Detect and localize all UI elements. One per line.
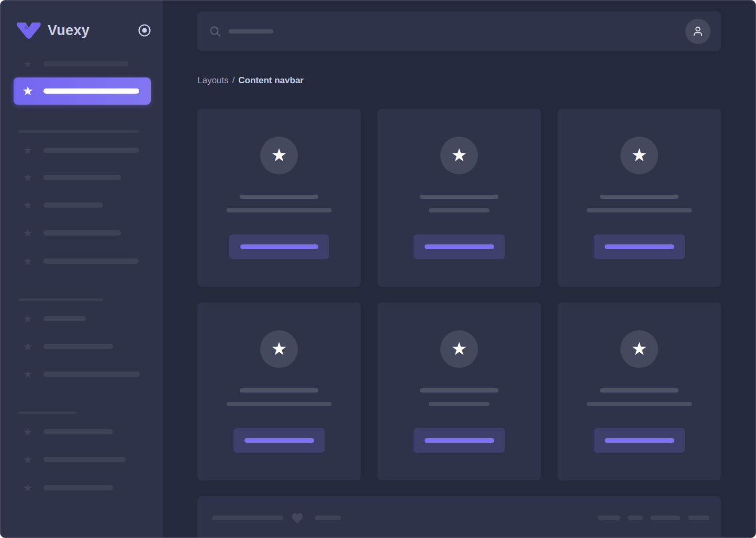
app-window: Vuexy ★ ★ ★ ★ ★ — [0, 0, 756, 538]
person-icon — [692, 25, 704, 38]
skeleton-label — [43, 372, 140, 377]
search-icon[interactable] — [209, 25, 221, 38]
breadcrumb: Layouts/Content navbar — [197, 75, 304, 86]
star-icon: ★ — [21, 199, 34, 211]
star-avatar: ★ — [620, 137, 658, 174]
skeleton-label — [43, 88, 139, 94]
star-icon: ★ — [631, 340, 647, 357]
star-icon: ★ — [451, 146, 467, 164]
star-avatar: ★ — [260, 330, 298, 368]
button-label-skeleton — [605, 244, 674, 249]
skeleton-label — [43, 61, 129, 66]
skeleton-button[interactable] — [594, 234, 685, 259]
skeleton-label — [43, 148, 139, 153]
button-label-skeleton — [425, 438, 494, 443]
skeleton-line — [420, 388, 498, 393]
sidebar-item[interactable]: ★ — [21, 453, 126, 466]
user-avatar[interactable] — [685, 19, 710, 44]
section-header-skeleton — [18, 130, 139, 133]
skeleton-line — [600, 388, 679, 393]
star-avatar: ★ — [440, 330, 478, 368]
star-icon: ★ — [21, 227, 34, 239]
skeleton-label — [43, 259, 139, 264]
skeleton-label — [43, 316, 86, 321]
card-grid: ★ ★ ★ ★ — [197, 109, 721, 480]
star-icon: ★ — [21, 368, 34, 380]
skeleton-card: ★ — [197, 109, 361, 287]
skeleton-line — [688, 515, 709, 520]
star-icon: ★ — [631, 146, 647, 164]
skeleton-card: ★ — [558, 109, 721, 287]
star-avatar: ★ — [440, 137, 478, 174]
star-icon: ★ — [271, 340, 287, 357]
skeleton-line — [598, 515, 620, 520]
sidebar-item[interactable]: ★ — [21, 255, 139, 267]
skeleton-label — [43, 429, 113, 434]
top-navbar — [197, 12, 721, 51]
breadcrumb-separator: / — [232, 75, 235, 85]
skeleton-button[interactable] — [414, 428, 505, 453]
star-icon: ★ — [21, 144, 34, 156]
skeleton-line — [600, 195, 679, 199]
skeleton-button[interactable] — [414, 234, 505, 259]
main-content: Layouts/Content navbar ★ ★ ★ — [163, 1, 755, 537]
star-icon: ★ — [21, 255, 34, 267]
skeleton-line — [587, 208, 692, 212]
heart-icon[interactable] — [291, 511, 304, 525]
skeleton-button[interactable] — [234, 428, 325, 453]
breadcrumb-parent[interactable]: Layouts — [197, 75, 229, 85]
breadcrumb-current: Content navbar — [238, 75, 304, 85]
star-icon: ★ — [21, 340, 34, 353]
button-label-skeleton — [240, 244, 318, 249]
sidebar-item[interactable]: ★ — [21, 368, 140, 380]
button-label-skeleton — [244, 438, 314, 443]
sidebar-item[interactable]: ★ — [21, 58, 129, 70]
skeleton-label — [43, 457, 126, 462]
sidebar-item[interactable]: ★ — [21, 171, 121, 184]
footer-card — [197, 496, 721, 538]
search-input-skeleton[interactable] — [229, 29, 273, 33]
star-icon: ★ — [21, 481, 34, 494]
menu-pin-toggle-icon[interactable] — [138, 24, 151, 37]
skeleton-line — [628, 515, 643, 520]
skeleton-label — [43, 344, 113, 349]
sidebar-item[interactable]: ★ — [21, 199, 103, 211]
sidebar-item[interactable]: ★ — [21, 227, 121, 239]
skeleton-line — [227, 208, 332, 212]
button-label-skeleton — [605, 438, 674, 443]
brand-name: Vuexy — [48, 23, 90, 39]
star-icon: ★ — [21, 425, 34, 438]
skeleton-line — [429, 402, 490, 406]
skeleton-line — [212, 515, 283, 520]
skeleton-button[interactable] — [594, 428, 685, 453]
star-icon: ★ — [21, 58, 34, 70]
star-icon: ★ — [21, 312, 34, 325]
star-icon: ★ — [21, 171, 34, 184]
sidebar-item[interactable]: ★ — [21, 425, 113, 438]
sidebar-item[interactable]: ★ — [21, 481, 113, 494]
brand-row: Vuexy — [16, 18, 151, 42]
button-label-skeleton — [425, 244, 494, 249]
skeleton-card: ★ — [377, 302, 541, 480]
skeleton-card: ★ — [377, 109, 541, 287]
star-icon: ★ — [451, 340, 467, 357]
skeleton-line — [240, 195, 318, 199]
sidebar: Vuexy ★ ★ ★ ★ ★ — [1, 1, 163, 537]
vuexy-logo-icon — [16, 22, 41, 39]
skeleton-line — [227, 402, 332, 406]
skeleton-button[interactable] — [229, 234, 329, 259]
sidebar-item-active[interactable]: ★ — [14, 77, 151, 105]
skeleton-line — [587, 402, 692, 406]
skeleton-label — [43, 485, 113, 490]
section-header-skeleton — [18, 411, 76, 414]
sidebar-item[interactable]: ★ — [21, 312, 86, 325]
skeleton-label — [43, 175, 121, 180]
skeleton-line — [420, 195, 498, 199]
skeleton-line — [650, 515, 680, 520]
skeleton-label — [43, 230, 121, 236]
star-icon: ★ — [21, 453, 34, 466]
skeleton-line — [240, 388, 318, 393]
sidebar-item[interactable]: ★ — [21, 340, 113, 353]
section-header-skeleton — [18, 298, 103, 301]
sidebar-item[interactable]: ★ — [21, 144, 139, 156]
